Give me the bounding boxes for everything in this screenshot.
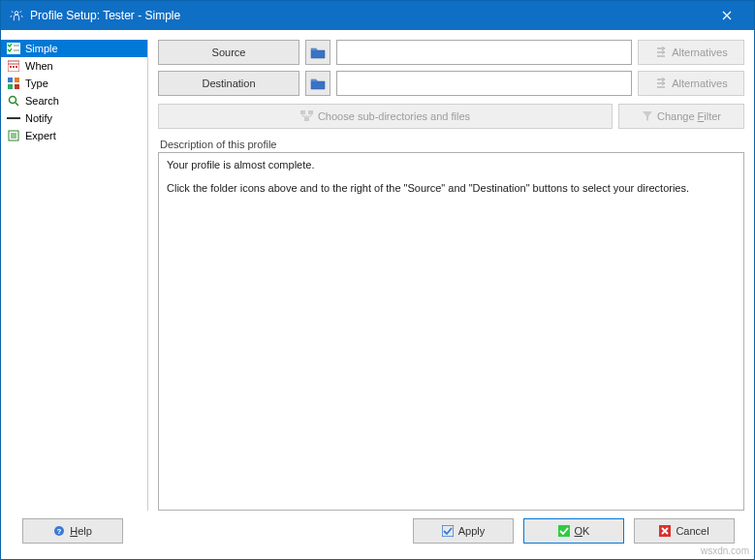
svg-rect-11 xyxy=(7,117,20,119)
alternatives-icon xyxy=(654,47,668,58)
apply-icon xyxy=(442,525,454,537)
destination-folder-button[interactable] xyxy=(305,71,330,96)
checklist-icon xyxy=(7,42,20,55)
destination-button[interactable]: Destination xyxy=(158,71,299,96)
sidebar-item-when[interactable]: When xyxy=(1,57,147,75)
type-icon xyxy=(7,77,20,90)
sidebar-item-label: Expert xyxy=(25,130,56,141)
svg-rect-9 xyxy=(15,84,19,89)
destination-path-input[interactable] xyxy=(336,71,632,96)
search-icon xyxy=(7,94,20,108)
folder-icon xyxy=(310,77,326,90)
svg-rect-18 xyxy=(442,525,454,537)
main-area: Simple When Type Search Notify xyxy=(1,40,744,511)
cancel-label: Cancel xyxy=(676,525,708,537)
filter-icon xyxy=(642,110,653,122)
help-label: Help xyxy=(70,525,92,537)
change-filter-label: Change Filter xyxy=(657,110,721,122)
close-icon xyxy=(722,11,732,20)
cancel-button[interactable]: Cancel xyxy=(634,518,735,544)
svg-rect-1 xyxy=(7,43,20,54)
destination-row: Destination Alternatives xyxy=(158,71,744,96)
description-group-label: Description of this profile xyxy=(158,139,744,150)
svg-rect-5 xyxy=(16,66,17,68)
sidebar-item-notify[interactable]: Notify xyxy=(1,109,147,127)
choose-subdirs-label: Choose sub-directories and files xyxy=(318,110,470,122)
svg-rect-8 xyxy=(8,84,13,89)
sidebar-item-label: When xyxy=(25,60,53,72)
alternatives-label: Alternatives xyxy=(672,47,727,58)
sidebar-item-label: Notify xyxy=(25,112,52,124)
svg-rect-19 xyxy=(558,525,570,537)
destination-button-label: Destination xyxy=(202,78,255,89)
svg-point-0 xyxy=(15,12,18,16)
profile-setup-window: Profile Setup: Tester - Simple Simple Wh… xyxy=(0,0,755,560)
ok-button[interactable]: OK xyxy=(523,518,624,544)
close-button[interactable] xyxy=(708,1,746,30)
help-icon: ? xyxy=(53,525,65,537)
content-area: Source Alternatives Destination xyxy=(148,40,744,511)
alternatives-label: Alternatives xyxy=(672,78,727,89)
sidebar-item-label: Type xyxy=(25,78,48,89)
apply-label: Apply xyxy=(458,525,486,537)
source-folder-button[interactable] xyxy=(305,40,330,65)
calendar-icon xyxy=(7,59,20,73)
sidebar-item-simple[interactable]: Simple xyxy=(1,40,147,57)
source-path-input[interactable] xyxy=(336,40,632,65)
svg-rect-3 xyxy=(10,66,12,68)
help-button[interactable]: ? Help xyxy=(22,518,123,544)
source-button[interactable]: Source xyxy=(158,40,299,65)
sidebar-item-expert[interactable]: Expert xyxy=(1,127,147,144)
sidebar-item-type[interactable]: Type xyxy=(1,75,147,92)
window-title: Profile Setup: Tester - Simple xyxy=(30,9,708,22)
description-line-1: Your profile is almost complete. xyxy=(167,159,736,171)
folder-icon xyxy=(310,46,326,59)
sidebar-item-search[interactable]: Search xyxy=(1,92,147,109)
dialog-body: Simple When Type Search Notify xyxy=(1,30,754,559)
change-filter-button[interactable]: Change Filter xyxy=(618,104,744,129)
footer: ? Help Apply OK Cancel xyxy=(1,511,744,551)
notify-icon xyxy=(7,111,20,125)
alternatives-icon xyxy=(654,78,668,89)
description-textbox[interactable]: Your profile is almost complete. Click t… xyxy=(158,152,744,511)
svg-rect-7 xyxy=(15,78,19,82)
svg-rect-6 xyxy=(8,78,13,82)
source-row: Source Alternatives xyxy=(158,40,744,65)
ok-label: OK xyxy=(575,525,590,537)
app-icon xyxy=(9,8,24,23)
sidebar: Simple When Type Search Notify xyxy=(1,40,148,511)
svg-rect-14 xyxy=(308,110,313,114)
sidebar-item-label: Search xyxy=(25,95,59,107)
expert-icon xyxy=(7,129,20,142)
choose-subdirs-button[interactable]: Choose sub-directories and files xyxy=(158,104,613,129)
watermark: wsxdn.com xyxy=(701,545,749,556)
svg-text:?: ? xyxy=(57,527,62,536)
svg-point-10 xyxy=(10,97,16,104)
source-alternatives-button[interactable]: Alternatives xyxy=(638,40,744,65)
svg-rect-15 xyxy=(304,117,309,121)
ok-icon xyxy=(558,525,570,537)
svg-rect-4 xyxy=(13,66,15,68)
destination-alternatives-button[interactable]: Alternatives xyxy=(638,71,744,96)
title-bar: Profile Setup: Tester - Simple xyxy=(1,1,754,30)
svg-rect-13 xyxy=(300,110,305,114)
apply-button[interactable]: Apply xyxy=(413,518,514,544)
actions-row: Choose sub-directories and files Change … xyxy=(158,104,744,129)
cancel-icon xyxy=(659,525,671,537)
source-button-label: Source xyxy=(212,47,246,58)
tree-icon xyxy=(300,110,314,122)
description-line-2: Click the folder icons above and to the … xyxy=(167,182,736,194)
sidebar-item-label: Simple xyxy=(25,43,58,54)
